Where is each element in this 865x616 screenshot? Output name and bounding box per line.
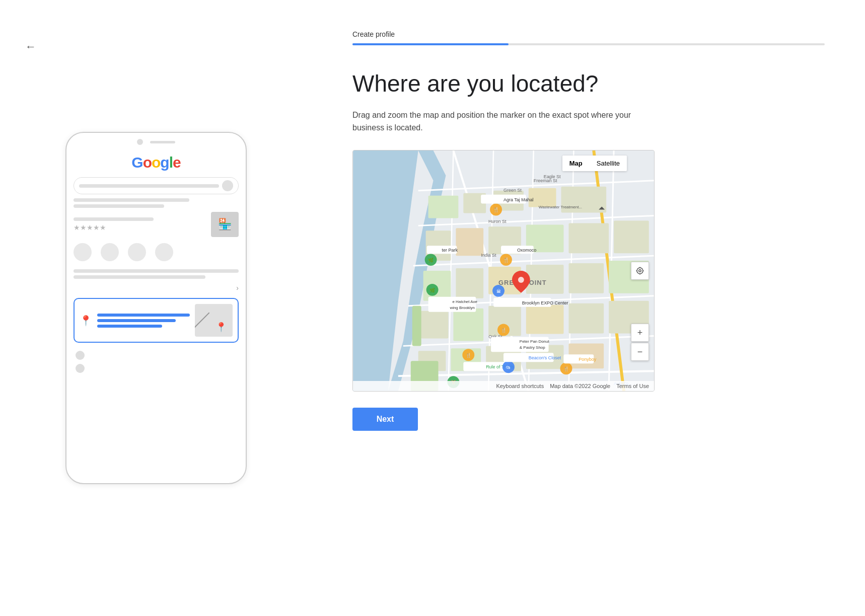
svg-rect-35	[568, 303, 604, 334]
svg-rect-14	[428, 196, 459, 218]
svg-text:🍴: 🍴	[503, 257, 510, 264]
skeleton-bottom	[74, 351, 239, 373]
card-map-thumbnail: 📍	[195, 304, 233, 337]
svg-rect-26	[456, 269, 483, 299]
svg-point-73	[518, 277, 524, 283]
svg-text:e Hatchet Axe: e Hatchet Axe	[452, 299, 477, 304]
card-line	[97, 314, 190, 317]
card-pin-icon: 📍	[80, 315, 92, 327]
map-type-map-button[interactable]: Map	[562, 156, 590, 171]
sk-line	[74, 269, 239, 273]
phone-content: Google ★★★★★ 🏪	[66, 149, 246, 483]
svg-rect-34	[526, 305, 564, 334]
star-rating: ★★★★★	[74, 223, 207, 232]
svg-point-96	[637, 268, 643, 274]
phone-search-bar	[74, 177, 239, 194]
phone-camera	[137, 139, 143, 145]
bsk-icon	[76, 364, 85, 373]
stars-row: ★★★★★ 🏪	[74, 212, 239, 237]
svg-text:Wastewater Treatment...: Wastewater Treatment...	[539, 205, 582, 209]
phone-search-icon	[222, 180, 233, 191]
svg-text:🌿: 🌿	[428, 258, 434, 264]
svg-text:Brooklyn EXPO Center: Brooklyn EXPO Center	[522, 300, 568, 305]
svg-text:🏛: 🏛	[496, 289, 501, 294]
google-logo: Google	[74, 154, 239, 171]
map-svg: Eagle St Freeman St Green St Huron St In…	[353, 150, 654, 391]
card-text-lines	[97, 314, 190, 328]
next-button[interactable]: Next	[352, 408, 418, 431]
phone-action-save	[128, 243, 146, 261]
map-keyboard-shortcuts: Keyboard shortcuts	[496, 383, 544, 389]
phone-top-bar	[66, 133, 246, 149]
svg-text:Agra Taj Mahal: Agra Taj Mahal	[503, 197, 534, 202]
sk-line	[74, 198, 189, 202]
svg-text:Freeman St: Freeman St	[534, 178, 557, 183]
more-arrow: ›	[74, 284, 239, 292]
svg-rect-29	[568, 264, 604, 294]
progress-bar-track	[352, 43, 825, 45]
svg-text:🍴: 🍴	[563, 366, 569, 372]
action-icons	[74, 241, 239, 263]
svg-rect-24	[614, 221, 649, 254]
svg-text:Beacon's Closet: Beacon's Closet	[529, 356, 561, 361]
map-footer: Keyboard shortcuts Map data ©2022 Google…	[353, 381, 654, 391]
skeleton-top	[74, 198, 239, 208]
location-card: 📍 📍	[74, 298, 239, 343]
card-line	[97, 325, 162, 328]
svg-text:🌿: 🌿	[429, 287, 436, 293]
svg-text:Ponyboy: Ponyboy	[579, 357, 596, 362]
right-panel: Create profile Where are you located? Dr…	[312, 0, 865, 616]
svg-text:🛍: 🛍	[506, 365, 511, 370]
svg-text:🍴: 🍴	[493, 207, 499, 213]
svg-text:& Pastry Shop: & Pastry Shop	[520, 346, 545, 350]
store-icon: 🏪	[211, 212, 239, 237]
progress-label: Create profile	[352, 30, 825, 38]
svg-rect-25	[423, 271, 451, 301]
svg-rect-32	[453, 309, 483, 341]
left-panel: ← Google	[0, 0, 312, 616]
bsk-row	[76, 364, 237, 373]
svg-rect-43	[412, 306, 421, 346]
skeleton-middle	[74, 269, 239, 279]
search-line	[79, 184, 219, 188]
phone-mockup: Google ★★★★★ 🏪	[65, 132, 247, 484]
svg-text:Peter Pan Donut: Peter Pan Donut	[520, 340, 550, 344]
svg-text:wing Brooklyn: wing Brooklyn	[449, 305, 475, 310]
card-line	[97, 319, 176, 322]
page-title: Where are you located?	[352, 70, 825, 97]
phone-action-call	[74, 243, 92, 261]
progress-bar-fill	[352, 43, 509, 45]
sk-line	[74, 204, 164, 208]
map-terms-of-use[interactable]: Terms of Use	[616, 383, 649, 389]
map-type-toggle[interactable]: Map Satellite	[562, 156, 627, 171]
map-zoom-out-button[interactable]: −	[631, 343, 649, 361]
svg-text:India St: India St	[481, 253, 496, 258]
card-map-pin-icon: 📍	[215, 322, 227, 333]
sk-line	[74, 275, 205, 279]
svg-text:Oxomoco: Oxomoco	[517, 248, 536, 253]
map-zoom-in-button[interactable]: +	[631, 324, 649, 342]
svg-text:ter Park: ter Park	[442, 248, 458, 253]
svg-rect-31	[421, 311, 449, 339]
sk-line	[74, 217, 154, 221]
map-type-satellite-button[interactable]: Satellite	[590, 156, 627, 171]
phone-action-share	[155, 243, 173, 261]
map-container[interactable]: Eagle St Freeman St Green St Huron St In…	[352, 150, 655, 392]
svg-point-95	[639, 270, 641, 272]
progress-section: Create profile	[352, 30, 825, 45]
bsk-icon	[76, 351, 85, 360]
back-button[interactable]: ←	[25, 40, 36, 53]
svg-text:🍴: 🍴	[501, 328, 507, 334]
svg-text:Huron St: Huron St	[488, 219, 507, 224]
svg-text:Green St: Green St	[503, 188, 522, 193]
map-data-credit: Map data ©2022 Google	[550, 383, 610, 389]
svg-text:🍴: 🍴	[466, 353, 472, 359]
svg-rect-23	[568, 223, 609, 254]
page-description: Drag and zoom the map and position the m…	[352, 109, 655, 134]
phone-speaker	[150, 141, 175, 143]
bsk-row	[76, 351, 237, 360]
phone-action-directions	[101, 243, 119, 261]
map-zoom-controls: + −	[631, 324, 649, 361]
map-my-location-button[interactable]	[631, 262, 649, 280]
svg-rect-20	[456, 228, 483, 256]
